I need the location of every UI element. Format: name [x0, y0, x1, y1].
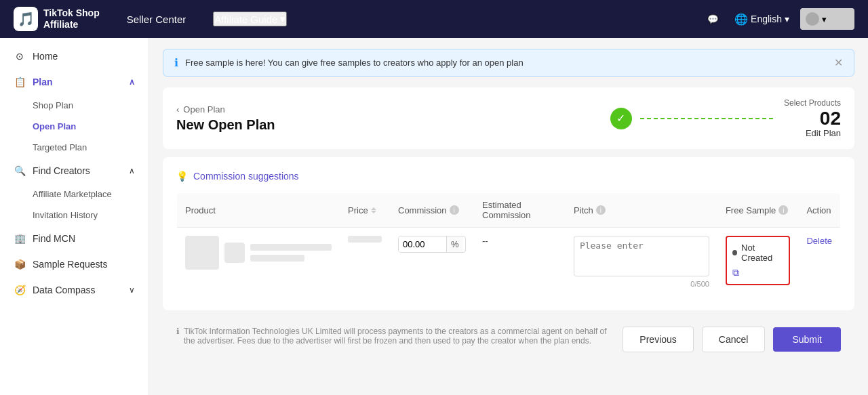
logo-area: 🎵 TikTok Shop Affiliate: [14, 7, 100, 31]
sidebar-item-shop-plan[interactable]: Shop Plan: [0, 95, 149, 116]
globe-icon: 🌐: [734, 13, 748, 26]
shop-plan-label: Shop Plan: [33, 100, 73, 110]
pitch-cell: 0/500: [566, 228, 717, 297]
submit-button[interactable]: Submit: [773, 327, 841, 352]
price-sort-icon[interactable]: [371, 207, 376, 213]
free-sample-cell: Not Created ⧉: [717, 228, 799, 297]
pitch-char-counter: 0/500: [574, 280, 709, 288]
user-account-button[interactable]: ▾: [800, 8, 854, 30]
table-header: Product Price: [177, 193, 841, 228]
footer-actions: Previous Cancel Submit: [623, 327, 841, 352]
notice-icon: ℹ: [176, 327, 180, 346]
free-sample-banner: ℹ Free sample is here! You can give free…: [163, 49, 854, 77]
footer-bar: ℹ TikTok Information Technologies UK Lim…: [163, 318, 854, 360]
breadcrumb-link[interactable]: Open Plan: [183, 104, 224, 115]
sample-requests-icon: 📦: [14, 258, 26, 270]
cancel-button[interactable]: Cancel: [702, 327, 766, 352]
sidebar-item-label: Sample Requests: [33, 259, 108, 270]
plan-icon: 📋: [14, 76, 26, 88]
language-selector[interactable]: 🌐 English ▾: [734, 13, 789, 26]
not-created-label: Not Created: [741, 243, 783, 263]
commission-cell: %: [390, 228, 474, 297]
table-row: % -- 0/500: [177, 228, 841, 297]
external-link-icon[interactable]: ⧉: [732, 267, 739, 278]
sidebar-item-label: Find Creators: [33, 165, 90, 176]
chevron-down-icon: ∨: [129, 285, 135, 295]
chevron-up-icon: ∧: [129, 77, 135, 87]
sidebar-item-label: Home: [33, 51, 58, 62]
th-free-sample: Free Sample i: [717, 193, 799, 228]
seller-center-nav: Seller Center: [127, 14, 186, 25]
commission-info-icon[interactable]: i: [450, 205, 459, 215]
sidebar-item-sample-requests[interactable]: 📦 Sample Requests: [0, 251, 149, 277]
breadcrumb: ‹ Open Plan: [176, 104, 610, 115]
top-navigation: 🎵 TikTok Shop Affiliate Seller Center Af…: [0, 0, 868, 38]
product-cell: [177, 228, 340, 297]
sidebar-item-find-mcn[interactable]: 🏢 Find MCN: [0, 226, 149, 251]
not-created-badge: Not Created: [732, 243, 784, 263]
find-mcn-icon: 🏢: [14, 232, 26, 245]
th-pitch: Pitch i: [566, 193, 717, 228]
language-label: English: [751, 14, 782, 24]
lightbulb-icon: 💡: [176, 171, 188, 182]
tiktok-logo: 🎵: [14, 7, 38, 31]
delete-button[interactable]: Delete: [806, 236, 832, 246]
notice-text: TikTok Information Technologies UK Limit…: [184, 327, 614, 346]
page-title: New Open Plan: [176, 117, 610, 133]
sidebar-item-data-compass[interactable]: 🧭 Data Compass ∨: [0, 277, 149, 303]
targeted-plan-label: Targeted Plan: [33, 142, 87, 152]
breadcrumb-title-area: ‹ Open Plan New Open Plan: [176, 104, 610, 133]
main-layout: ⊙ Home 📋 Plan ∧ Shop Plan Open Plan Targ…: [0, 38, 868, 395]
footer-notice: ℹ TikTok Information Technologies UK Lim…: [176, 327, 614, 346]
product-table: Product Price: [176, 192, 841, 297]
step-complete-icon: ✓: [610, 108, 632, 129]
page-header: ‹ Open Plan New Open Plan ✓ Select Produ…: [163, 87, 854, 149]
open-plan-label: Open Plan: [33, 121, 76, 131]
free-sample-highlighted: Not Created ⧉: [726, 236, 791, 285]
previous-button[interactable]: Previous: [623, 327, 693, 352]
chevron-down-icon: ▾: [822, 14, 827, 24]
step-label: Select Products: [784, 98, 841, 108]
data-compass-icon: 🧭: [14, 284, 26, 296]
logo-text: TikTok Shop Affiliate: [43, 7, 100, 30]
stepper: ✓ Select Products 02 Edit Plan: [610, 98, 841, 138]
chevron-down-icon: ▾: [280, 13, 285, 25]
commission-input-wrap: %: [398, 236, 466, 253]
invitation-history-label: Invitation History: [33, 210, 98, 220]
sidebar-item-plan[interactable]: 📋 Plan ∧: [0, 69, 149, 95]
commission-input[interactable]: [399, 236, 446, 252]
step-numbers: Select Products 02 Edit Plan: [784, 98, 841, 138]
price-cell: [340, 228, 390, 297]
product-name-placeholder: [250, 244, 332, 251]
sidebar-item-targeted-plan[interactable]: Targeted Plan: [0, 137, 149, 158]
chevron-up-icon: ∧: [129, 166, 135, 175]
th-action: Action: [798, 193, 840, 228]
sidebar-item-invitation-history[interactable]: Invitation History: [0, 205, 149, 226]
main-content: ℹ Free sample is here! You can give free…: [149, 38, 868, 395]
sidebar: ⊙ Home 📋 Plan ∧ Shop Plan Open Plan Targ…: [0, 38, 149, 395]
affiliate-guide-nav[interactable]: Affiliate Guide ▾: [213, 12, 287, 26]
banner-close-button[interactable]: ✕: [834, 56, 843, 69]
step-edit-label: Edit Plan: [784, 128, 841, 138]
commission-suggestions-link[interactable]: 💡 Commission suggestions: [176, 171, 841, 182]
sidebar-item-home[interactable]: ⊙ Home: [0, 43, 149, 69]
sidebar-item-open-plan[interactable]: Open Plan: [0, 116, 149, 137]
info-icon: ℹ: [174, 56, 178, 69]
pitch-textarea[interactable]: [574, 236, 709, 276]
chat-icon-button[interactable]: 💬: [702, 8, 724, 30]
th-commission: Commission i: [390, 193, 474, 228]
product-placeholder: [185, 236, 332, 270]
banner-text: Free sample is here! You can give free s…: [185, 58, 524, 68]
user-avatar: [806, 12, 819, 26]
status-dot: [732, 250, 737, 255]
step-progress-line: [640, 118, 776, 119]
sidebar-item-find-creators[interactable]: 🔍 Find Creators ∧: [0, 158, 149, 184]
table-body: % -- 0/500: [177, 228, 841, 297]
home-icon: ⊙: [14, 50, 26, 62]
product-image-small: [224, 243, 245, 263]
sidebar-item-affiliate-marketplace[interactable]: Affiliate Marketplace: [0, 184, 149, 205]
free-sample-info-icon[interactable]: i: [778, 205, 788, 215]
main-card: 💡 Commission suggestions Product Price: [163, 157, 854, 310]
chevron-down-icon: ▾: [785, 14, 789, 24]
pitch-info-icon[interactable]: i: [596, 205, 606, 215]
